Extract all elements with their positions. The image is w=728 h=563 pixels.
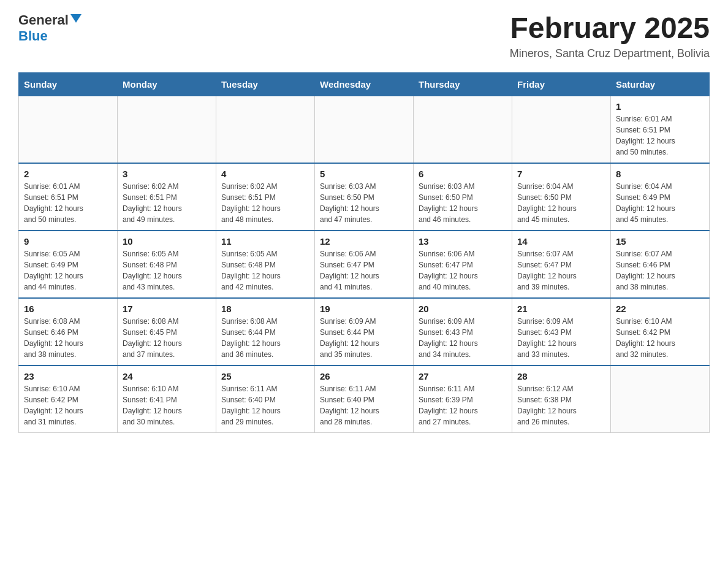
day-number: 2: [24, 169, 112, 179]
day-info: Sunrise: 6:07 AM Sunset: 6:47 PM Dayligh…: [517, 248, 605, 293]
day-number: 8: [616, 169, 704, 179]
day-info: Sunrise: 6:05 AM Sunset: 6:48 PM Dayligh…: [123, 248, 211, 293]
weekday-header-saturday: Saturday: [611, 72, 710, 96]
day-number: 6: [419, 169, 507, 179]
calendar-cell: 16Sunrise: 6:08 AM Sunset: 6:46 PM Dayli…: [19, 298, 118, 366]
day-info: Sunrise: 6:01 AM Sunset: 6:51 PM Dayligh…: [616, 113, 704, 158]
day-info: Sunrise: 6:09 AM Sunset: 6:43 PM Dayligh…: [419, 316, 507, 360]
weekday-header-monday: Monday: [118, 72, 216, 96]
calendar-cell: 6Sunrise: 6:03 AM Sunset: 6:50 PM Daylig…: [414, 163, 512, 231]
calendar-cell: [118, 96, 216, 163]
day-info: Sunrise: 6:10 AM Sunset: 6:42 PM Dayligh…: [616, 316, 704, 360]
calendar-cell: 27Sunrise: 6:11 AM Sunset: 6:39 PM Dayli…: [414, 366, 512, 433]
day-number: 3: [123, 169, 211, 179]
calendar-cell: 2Sunrise: 6:01 AM Sunset: 6:51 PM Daylig…: [19, 163, 118, 231]
day-info: Sunrise: 6:04 AM Sunset: 6:49 PM Dayligh…: [616, 181, 704, 225]
calendar-cell: 14Sunrise: 6:07 AM Sunset: 6:47 PM Dayli…: [512, 231, 611, 298]
day-info: Sunrise: 6:11 AM Sunset: 6:40 PM Dayligh…: [320, 383, 408, 427]
month-title: February 2025: [510, 12, 710, 45]
day-number: 15: [616, 236, 704, 247]
day-info: Sunrise: 6:10 AM Sunset: 6:42 PM Dayligh…: [24, 383, 112, 427]
calendar-week-row: 16Sunrise: 6:08 AM Sunset: 6:46 PM Dayli…: [19, 298, 710, 366]
calendar-cell: 26Sunrise: 6:11 AM Sunset: 6:40 PM Dayli…: [315, 366, 414, 433]
day-info: Sunrise: 6:12 AM Sunset: 6:38 PM Dayligh…: [517, 383, 605, 427]
day-number: 23: [24, 371, 112, 381]
weekday-header-thursday: Thursday: [414, 72, 512, 96]
day-info: Sunrise: 6:02 AM Sunset: 6:51 PM Dayligh…: [221, 181, 309, 225]
day-number: 17: [123, 304, 211, 314]
day-info: Sunrise: 6:03 AM Sunset: 6:50 PM Dayligh…: [320, 181, 408, 225]
day-info: Sunrise: 6:11 AM Sunset: 6:39 PM Dayligh…: [419, 383, 507, 427]
day-number: 19: [320, 304, 408, 314]
day-number: 4: [221, 169, 309, 179]
calendar-cell: 25Sunrise: 6:11 AM Sunset: 6:40 PM Dayli…: [216, 366, 315, 433]
logo-blue-text: Blue: [18, 28, 48, 44]
day-number: 1: [616, 101, 704, 112]
calendar-cell: 3Sunrise: 6:02 AM Sunset: 6:51 PM Daylig…: [118, 163, 216, 231]
calendar-cell: 12Sunrise: 6:06 AM Sunset: 6:47 PM Dayli…: [315, 231, 414, 298]
calendar-cell: 1Sunrise: 6:01 AM Sunset: 6:51 PM Daylig…: [611, 96, 710, 163]
calendar-cell: [315, 96, 414, 163]
calendar-cell: [611, 366, 710, 433]
calendar-cell: 20Sunrise: 6:09 AM Sunset: 6:43 PM Dayli…: [414, 298, 512, 366]
day-number: 21: [517, 304, 605, 314]
day-info: Sunrise: 6:05 AM Sunset: 6:48 PM Dayligh…: [221, 248, 309, 293]
title-block: February 2025 Mineros, Santa Cruz Depart…: [510, 12, 710, 60]
calendar-cell: 17Sunrise: 6:08 AM Sunset: 6:45 PM Dayli…: [118, 298, 216, 366]
calendar-cell: 13Sunrise: 6:06 AM Sunset: 6:47 PM Dayli…: [414, 231, 512, 298]
calendar-week-row: 1Sunrise: 6:01 AM Sunset: 6:51 PM Daylig…: [19, 96, 710, 163]
day-number: 25: [221, 371, 309, 381]
calendar-cell: 19Sunrise: 6:09 AM Sunset: 6:44 PM Dayli…: [315, 298, 414, 366]
day-number: 7: [517, 169, 605, 179]
calendar-week-row: 23Sunrise: 6:10 AM Sunset: 6:42 PM Dayli…: [19, 366, 710, 433]
day-info: Sunrise: 6:10 AM Sunset: 6:41 PM Dayligh…: [123, 383, 211, 427]
calendar-cell: 23Sunrise: 6:10 AM Sunset: 6:42 PM Dayli…: [19, 366, 118, 433]
calendar-cell: [216, 96, 315, 163]
day-number: 14: [517, 236, 605, 247]
logo-general-text: General: [18, 12, 69, 28]
day-number: 24: [123, 371, 211, 381]
calendar-cell: 28Sunrise: 6:12 AM Sunset: 6:38 PM Dayli…: [512, 366, 611, 433]
weekday-header-sunday: Sunday: [19, 72, 118, 96]
logo-triangle-icon: [70, 14, 82, 23]
calendar-cell: [19, 96, 118, 163]
weekday-header-friday: Friday: [512, 72, 611, 96]
day-info: Sunrise: 6:09 AM Sunset: 6:44 PM Dayligh…: [320, 316, 408, 360]
page-header: General Blue February 2025 Mineros, Sant…: [18, 12, 710, 60]
day-number: 12: [320, 236, 408, 247]
day-number: 5: [320, 169, 408, 179]
day-number: 22: [616, 304, 704, 314]
day-info: Sunrise: 6:06 AM Sunset: 6:47 PM Dayligh…: [419, 248, 507, 293]
day-info: Sunrise: 6:07 AM Sunset: 6:46 PM Dayligh…: [616, 248, 704, 293]
calendar-table: SundayMondayTuesdayWednesdayThursdayFrid…: [18, 72, 710, 433]
day-info: Sunrise: 6:06 AM Sunset: 6:47 PM Dayligh…: [320, 248, 408, 293]
day-number: 10: [123, 236, 211, 247]
day-info: Sunrise: 6:08 AM Sunset: 6:44 PM Dayligh…: [221, 316, 309, 360]
day-info: Sunrise: 6:04 AM Sunset: 6:50 PM Dayligh…: [517, 181, 605, 225]
day-number: 27: [419, 371, 507, 381]
day-info: Sunrise: 6:08 AM Sunset: 6:45 PM Dayligh…: [123, 316, 211, 360]
day-number: 13: [419, 236, 507, 247]
calendar-cell: 24Sunrise: 6:10 AM Sunset: 6:41 PM Dayli…: [118, 366, 216, 433]
calendar-cell: 10Sunrise: 6:05 AM Sunset: 6:48 PM Dayli…: [118, 231, 216, 298]
weekday-header-row: SundayMondayTuesdayWednesdayThursdayFrid…: [19, 72, 710, 96]
weekday-header-tuesday: Tuesday: [216, 72, 315, 96]
day-number: 26: [320, 371, 408, 381]
day-number: 11: [221, 236, 309, 247]
day-number: 28: [517, 371, 605, 381]
day-info: Sunrise: 6:01 AM Sunset: 6:51 PM Dayligh…: [24, 181, 112, 225]
calendar-cell: 8Sunrise: 6:04 AM Sunset: 6:49 PM Daylig…: [611, 163, 710, 231]
logo: General Blue: [18, 12, 82, 44]
calendar-cell: 5Sunrise: 6:03 AM Sunset: 6:50 PM Daylig…: [315, 163, 414, 231]
calendar-cell: 15Sunrise: 6:07 AM Sunset: 6:46 PM Dayli…: [611, 231, 710, 298]
calendar-week-row: 2Sunrise: 6:01 AM Sunset: 6:51 PM Daylig…: [19, 163, 710, 231]
calendar-cell: 4Sunrise: 6:02 AM Sunset: 6:51 PM Daylig…: [216, 163, 315, 231]
day-info: Sunrise: 6:08 AM Sunset: 6:46 PM Dayligh…: [24, 316, 112, 360]
day-number: 16: [24, 304, 112, 314]
day-info: Sunrise: 6:09 AM Sunset: 6:43 PM Dayligh…: [517, 316, 605, 360]
calendar-cell: 7Sunrise: 6:04 AM Sunset: 6:50 PM Daylig…: [512, 163, 611, 231]
calendar-header: SundayMondayTuesdayWednesdayThursdayFrid…: [19, 72, 710, 96]
calendar-cell: 11Sunrise: 6:05 AM Sunset: 6:48 PM Dayli…: [216, 231, 315, 298]
day-info: Sunrise: 6:02 AM Sunset: 6:51 PM Dayligh…: [123, 181, 211, 225]
day-info: Sunrise: 6:03 AM Sunset: 6:50 PM Dayligh…: [419, 181, 507, 225]
